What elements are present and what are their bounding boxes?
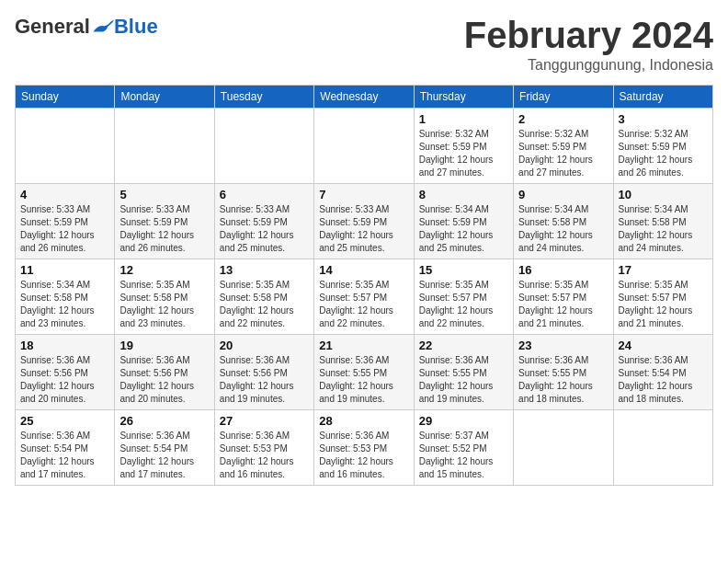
calendar-cell: 25Sunrise: 5:36 AM Sunset: 5:54 PM Dayli… (16, 410, 115, 486)
calendar-header-row: SundayMondayTuesdayWednesdayThursdayFrid… (16, 86, 713, 109)
calendar-cell: 7Sunrise: 5:33 AM Sunset: 5:59 PM Daylig… (314, 184, 414, 259)
calendar-cell: 20Sunrise: 5:36 AM Sunset: 5:56 PM Dayli… (214, 335, 313, 410)
day-info: Sunrise: 5:35 AM Sunset: 5:57 PM Dayligh… (518, 279, 608, 330)
day-header-thursday: Thursday (414, 86, 513, 109)
day-number: 29 (419, 414, 508, 428)
day-info: Sunrise: 5:36 AM Sunset: 5:56 PM Dayligh… (119, 354, 209, 406)
day-number: 12 (119, 263, 209, 277)
day-info: Sunrise: 5:33 AM Sunset: 5:59 PM Dayligh… (20, 203, 109, 255)
calendar-cell (16, 109, 115, 184)
day-number: 2 (518, 112, 608, 126)
calendar-cell: 28Sunrise: 5:36 AM Sunset: 5:53 PM Dayli… (314, 410, 414, 486)
day-number: 1 (419, 112, 508, 126)
calendar-cell: 10Sunrise: 5:34 AM Sunset: 5:58 PM Dayli… (613, 184, 712, 259)
calendar-cell: 13Sunrise: 5:35 AM Sunset: 5:58 PM Dayli… (214, 259, 313, 335)
day-number: 13 (220, 263, 309, 277)
day-number: 8 (419, 188, 508, 201)
calendar-week-1: 1Sunrise: 5:32 AM Sunset: 5:59 PM Daylig… (16, 109, 713, 184)
day-header-monday: Monday (115, 86, 214, 109)
day-info: Sunrise: 5:37 AM Sunset: 5:52 PM Dayligh… (419, 430, 508, 481)
day-info: Sunrise: 5:33 AM Sunset: 5:59 PM Dayligh… (220, 203, 309, 255)
calendar-cell: 3Sunrise: 5:32 AM Sunset: 5:59 PM Daylig… (613, 109, 712, 184)
calendar-cell: 27Sunrise: 5:36 AM Sunset: 5:53 PM Dayli… (214, 410, 313, 486)
calendar-cell: 14Sunrise: 5:35 AM Sunset: 5:57 PM Dayli… (314, 259, 414, 335)
calendar-cell: 12Sunrise: 5:35 AM Sunset: 5:58 PM Dayli… (115, 259, 214, 335)
day-info: Sunrise: 5:36 AM Sunset: 5:54 PM Dayligh… (20, 430, 109, 481)
day-number: 19 (119, 339, 209, 352)
calendar-body: 1Sunrise: 5:32 AM Sunset: 5:59 PM Daylig… (16, 109, 713, 486)
day-number: 21 (319, 339, 408, 352)
calendar-cell (613, 410, 712, 486)
day-info: Sunrise: 5:35 AM Sunset: 5:57 PM Dayligh… (319, 279, 408, 330)
calendar-cell (214, 109, 313, 184)
day-info: Sunrise: 5:36 AM Sunset: 5:53 PM Dayligh… (319, 430, 408, 481)
day-number: 22 (419, 339, 508, 352)
day-number: 5 (119, 188, 209, 201)
calendar-cell: 17Sunrise: 5:35 AM Sunset: 5:57 PM Dayli… (613, 259, 712, 335)
calendar-cell: 19Sunrise: 5:36 AM Sunset: 5:56 PM Dayli… (115, 335, 214, 410)
day-number: 24 (619, 339, 708, 352)
calendar-cell: 4Sunrise: 5:33 AM Sunset: 5:59 PM Daylig… (16, 184, 115, 259)
day-number: 28 (319, 414, 408, 428)
calendar-week-4: 18Sunrise: 5:36 AM Sunset: 5:56 PM Dayli… (16, 335, 713, 410)
title-area: February 2024 Tanggunggunung, Indonesia (464, 15, 713, 74)
day-info: Sunrise: 5:34 AM Sunset: 5:58 PM Dayligh… (518, 203, 608, 255)
day-header-sunday: Sunday (16, 86, 115, 109)
calendar-cell: 11Sunrise: 5:34 AM Sunset: 5:58 PM Dayli… (16, 259, 115, 335)
day-number: 9 (518, 188, 608, 201)
day-number: 10 (619, 188, 708, 201)
day-number: 17 (619, 263, 708, 277)
day-number: 23 (518, 339, 608, 352)
day-number: 4 (20, 188, 109, 201)
day-info: Sunrise: 5:35 AM Sunset: 5:57 PM Dayligh… (619, 279, 708, 330)
calendar-cell: 22Sunrise: 5:36 AM Sunset: 5:55 PM Dayli… (414, 335, 513, 410)
day-info: Sunrise: 5:34 AM Sunset: 5:58 PM Dayligh… (20, 279, 109, 330)
day-number: 7 (319, 188, 408, 201)
calendar-cell: 21Sunrise: 5:36 AM Sunset: 5:55 PM Dayli… (314, 335, 414, 410)
logo-bird-icon (92, 17, 114, 36)
day-number: 16 (518, 263, 608, 277)
day-number: 26 (119, 414, 209, 428)
calendar-week-5: 25Sunrise: 5:36 AM Sunset: 5:54 PM Dayli… (16, 410, 713, 486)
day-info: Sunrise: 5:36 AM Sunset: 5:55 PM Dayligh… (419, 354, 508, 406)
calendar-cell: 1Sunrise: 5:32 AM Sunset: 5:59 PM Daylig… (414, 109, 513, 184)
location-subtitle: Tanggunggunung, Indonesia (464, 57, 713, 74)
day-info: Sunrise: 5:36 AM Sunset: 5:53 PM Dayligh… (220, 430, 309, 481)
calendar-week-3: 11Sunrise: 5:34 AM Sunset: 5:58 PM Dayli… (16, 259, 713, 335)
logo-general-text: General (15, 15, 90, 39)
day-info: Sunrise: 5:35 AM Sunset: 5:58 PM Dayligh… (119, 279, 209, 330)
calendar-cell (314, 109, 414, 184)
day-info: Sunrise: 5:32 AM Sunset: 5:59 PM Dayligh… (419, 128, 508, 179)
calendar-cell: 26Sunrise: 5:36 AM Sunset: 5:54 PM Dayli… (115, 410, 214, 486)
day-info: Sunrise: 5:36 AM Sunset: 5:55 PM Dayligh… (319, 354, 408, 406)
day-number: 3 (619, 112, 708, 126)
day-info: Sunrise: 5:35 AM Sunset: 5:57 PM Dayligh… (419, 279, 508, 330)
day-header-friday: Friday (514, 86, 613, 109)
day-number: 20 (220, 339, 309, 352)
day-number: 6 (220, 188, 309, 201)
day-info: Sunrise: 5:34 AM Sunset: 5:58 PM Dayligh… (619, 203, 708, 255)
calendar-cell: 9Sunrise: 5:34 AM Sunset: 5:58 PM Daylig… (514, 184, 613, 259)
day-info: Sunrise: 5:32 AM Sunset: 5:59 PM Dayligh… (518, 128, 608, 179)
day-header-saturday: Saturday (613, 86, 712, 109)
day-info: Sunrise: 5:36 AM Sunset: 5:56 PM Dayligh… (20, 354, 109, 406)
page-header: General Blue February 2024 Tanggunggunun… (15, 15, 713, 74)
day-number: 25 (20, 414, 109, 428)
day-number: 11 (20, 263, 109, 277)
calendar-cell: 6Sunrise: 5:33 AM Sunset: 5:59 PM Daylig… (214, 184, 313, 259)
calendar-cell: 18Sunrise: 5:36 AM Sunset: 5:56 PM Dayli… (16, 335, 115, 410)
calendar-table: SundayMondayTuesdayWednesdayThursdayFrid… (15, 85, 713, 486)
day-info: Sunrise: 5:36 AM Sunset: 5:54 PM Dayligh… (619, 354, 708, 406)
logo-blue-text: Blue (114, 15, 158, 39)
calendar-cell: 2Sunrise: 5:32 AM Sunset: 5:59 PM Daylig… (514, 109, 613, 184)
day-info: Sunrise: 5:36 AM Sunset: 5:55 PM Dayligh… (518, 354, 608, 406)
calendar-cell: 15Sunrise: 5:35 AM Sunset: 5:57 PM Dayli… (414, 259, 513, 335)
day-info: Sunrise: 5:33 AM Sunset: 5:59 PM Dayligh… (319, 203, 408, 255)
month-title: February 2024 (464, 15, 713, 55)
calendar-cell: 29Sunrise: 5:37 AM Sunset: 5:52 PM Dayli… (414, 410, 513, 486)
calendar-cell: 8Sunrise: 5:34 AM Sunset: 5:59 PM Daylig… (414, 184, 513, 259)
day-header-tuesday: Tuesday (214, 86, 313, 109)
calendar-week-2: 4Sunrise: 5:33 AM Sunset: 5:59 PM Daylig… (16, 184, 713, 259)
calendar-cell (514, 410, 613, 486)
calendar-cell (115, 109, 214, 184)
